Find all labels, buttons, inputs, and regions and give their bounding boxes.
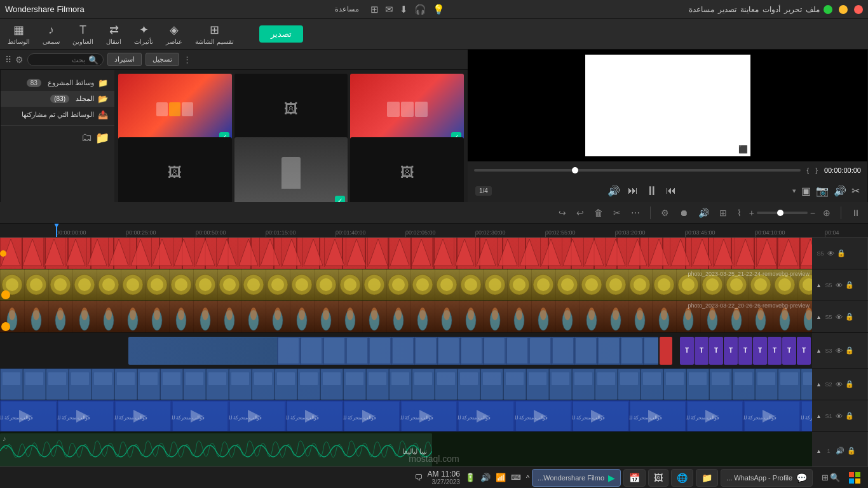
text-clip-T6[interactable]: T: [724, 337, 738, 365]
menu-item-tools[interactable]: أدوات: [763, 5, 780, 14]
more-options-button[interactable]: ⋮: [183, 55, 191, 64]
chevron-up-tray-icon[interactable]: ^: [526, 474, 529, 482]
eye-icon-s5b[interactable]: 👁: [836, 281, 843, 289]
menu-item-file[interactable]: ملف: [806, 5, 820, 14]
lightbulb-icon[interactable]: 💡: [433, 4, 445, 15]
taskbar-explorer[interactable]: 📁: [696, 469, 718, 487]
wifi-tray-icon[interactable]: 📶: [496, 473, 506, 482]
expand-s5b-icon[interactable]: ▲: [816, 282, 822, 288]
toolbar-split-screen[interactable]: ⊞ تقسيم الشاشة: [195, 23, 234, 45]
delete-button[interactable]: 🗑: [592, 207, 606, 219]
battery-tray-icon[interactable]: 🔋: [465, 473, 475, 482]
sidebar-item-folder[interactable]: 📂 المجلد (83): [1, 91, 114, 107]
filter-button[interactable]: ⚙: [15, 55, 24, 65]
expand-s5c-icon[interactable]: ▲: [816, 314, 822, 320]
step-forward-button[interactable]: ⏭: [628, 185, 638, 196]
step-back-button[interactable]: ⏮: [666, 185, 676, 196]
taskbar-photos[interactable]: 🖼: [648, 469, 668, 487]
lock-icon-audio[interactable]: 🔒: [847, 447, 856, 455]
notification-icon[interactable]: 🗨: [414, 473, 423, 482]
taskbar-calendar[interactable]: 📅: [623, 469, 646, 487]
text-clip-T9[interactable]: T: [680, 337, 694, 365]
cut-button[interactable]: ✂: [611, 207, 623, 219]
eye-icon-s2[interactable]: 👁: [836, 381, 843, 388]
audio-mute-button[interactable]: 🔊: [696, 207, 712, 219]
scrubber-handle[interactable]: [572, 167, 578, 173]
toolbar-transitions[interactable]: ⇄ انتقال: [106, 23, 121, 45]
audio-clip[interactable]: نيبا لياليفا ♪: [0, 433, 432, 466]
lock-icon-s2[interactable]: 🔒: [845, 380, 854, 388]
add-folder-button[interactable]: 📁: [95, 131, 109, 145]
eye-icon-s5c[interactable]: 👁: [836, 313, 843, 321]
headphones-icon[interactable]: 🎧: [414, 4, 426, 15]
scissors-tool-button[interactable]: ✂: [851, 185, 860, 197]
snap-button[interactable]: ⊞: [717, 207, 729, 219]
eye-icon-s1[interactable]: 👁: [836, 412, 843, 420]
register-label[interactable]: مساعدة: [335, 5, 359, 13]
track-content-s5b[interactable]: photo_2023-03-25_21-22-24-removebg-previ…: [0, 269, 812, 301]
pause-timeline-button[interactable]: ⏸: [849, 207, 863, 219]
text-clip-T5[interactable]: T: [738, 337, 752, 365]
text-clip-T[interactable]: T: [797, 337, 811, 365]
eye-icon-s5[interactable]: 👁: [827, 250, 834, 257]
lock-icon-s5[interactable]: 🔒: [837, 249, 846, 257]
start-button[interactable]: [845, 468, 864, 487]
toolbar-titles[interactable]: T العناوين: [72, 24, 93, 45]
menu-item-help[interactable]: مساعدة: [689, 5, 714, 14]
taskbar-whatsapp[interactable]: 💬 WhatsApp - Profile ...: [721, 469, 813, 487]
lock-icon-s3[interactable]: 🔒: [845, 346, 854, 355]
eye-icon-s3[interactable]: 👁: [836, 347, 843, 355]
taskbar-filmora[interactable]: ▶ Wondershare Filmo...: [532, 469, 621, 487]
record-button[interactable]: تسجيل: [146, 53, 179, 66]
minimize-window-button[interactable]: −: [839, 5, 848, 14]
media-thumb-6[interactable]: 🖼: [118, 137, 232, 202]
snapshot-button[interactable]: 📷: [816, 185, 829, 197]
media-thumb-1[interactable]: ✓ 22: [350, 74, 464, 145]
text-clip-T8[interactable]: T: [695, 337, 709, 365]
preview-scrubber[interactable]: [474, 169, 801, 172]
volume-icon-audio[interactable]: 🔊: [836, 447, 844, 455]
settings-timeline-button[interactable]: ⚙: [658, 207, 672, 219]
track-content-s5[interactable]: [0, 238, 812, 269]
taskbar-widgets-icon[interactable]: ⊞: [822, 473, 829, 482]
import-button[interactable]: استيراد: [107, 53, 142, 66]
expand-s2-icon[interactable]: ▲: [816, 381, 822, 388]
redo-button[interactable]: ↪: [556, 207, 569, 219]
text-clip-T7[interactable]: T: [709, 337, 723, 365]
play-pause-button[interactable]: ⏸: [646, 184, 658, 198]
envelope-icon[interactable]: ✉: [385, 4, 393, 15]
download-icon[interactable]: ⬇: [400, 4, 408, 15]
layout-button[interactable]: ▣: [801, 185, 811, 197]
grid-view-button[interactable]: ⠿: [5, 55, 11, 65]
track-content-s5c[interactable]: photo_2023-03-22_20-26-26-removebg-previ…: [0, 301, 812, 332]
more-timeline-icon[interactable]: ⋯: [628, 207, 642, 219]
lock-icon-s1[interactable]: 🔒: [845, 412, 854, 420]
expand-s1-icon[interactable]: ▲: [816, 413, 822, 419]
track-content-audio[interactable]: نيبا لياليفا ♪: [0, 432, 812, 466]
chevron-down-icon[interactable]: ▾: [792, 187, 796, 195]
grid-icon[interactable]: ⊞: [370, 4, 379, 15]
text-clip-T4[interactable]: T: [753, 337, 767, 365]
taskbar-search-icon[interactable]: 🔍: [830, 473, 840, 482]
keyboard-tray-icon[interactable]: ⌨: [511, 473, 521, 482]
menu-item-preview[interactable]: معاينة: [740, 5, 759, 14]
text-clip-T2[interactable]: T: [782, 337, 796, 365]
new-folder-button[interactable]: 🗂: [81, 131, 93, 145]
menu-item-edit[interactable]: تحرير: [784, 5, 802, 14]
toolbar-audio[interactable]: ♪ سمعي: [43, 24, 60, 45]
volume-tray-icon[interactable]: 🔊: [480, 473, 491, 482]
zoom-out-button[interactable]: −: [810, 208, 815, 218]
video-strip-s3[interactable]: [128, 337, 658, 365]
track-content-s2[interactable]: [0, 369, 812, 400]
text-clip-T3[interactable]: T: [768, 337, 782, 365]
toolbar-effects[interactable]: ✦ تأثيرات: [134, 23, 153, 45]
sidebar-item-project-media[interactable]: 📁 وسائط المشروع 83: [1, 75, 114, 91]
lock-icon-s5b[interactable]: 🔒: [845, 281, 854, 289]
menu-item-export[interactable]: تصدير: [718, 5, 736, 14]
close-window-button[interactable]: ✕: [854, 5, 863, 14]
record-timeline-button[interactable]: ⏺: [677, 207, 691, 219]
expand-audio-icon[interactable]: ▲: [816, 448, 822, 454]
media-thumb-5[interactable]: ✓ 9: [234, 137, 348, 202]
media-thumb-4[interactable]: 🖼: [350, 137, 464, 202]
taskbar-edge[interactable]: 🌐: [671, 469, 693, 487]
